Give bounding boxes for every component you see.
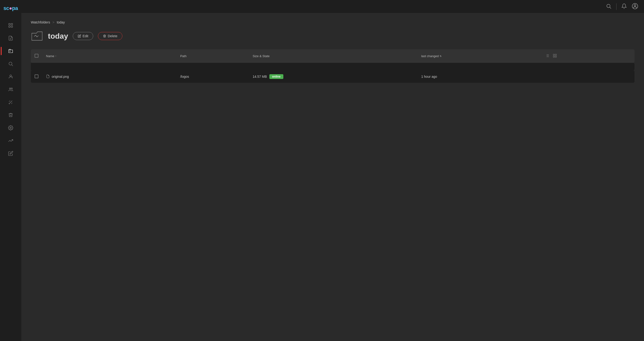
table-spacer-row bbox=[31, 63, 634, 70]
sidebar-item-teams[interactable] bbox=[4, 84, 18, 95]
edit-button-label: Edit bbox=[82, 34, 88, 38]
sidebar-item-search[interactable] bbox=[4, 58, 18, 70]
edit-button[interactable]: Edit bbox=[73, 32, 93, 40]
state-badge: online bbox=[269, 74, 283, 79]
file-name[interactable]: original.png bbox=[52, 75, 69, 78]
name-sort-arrow: ↑ bbox=[55, 55, 56, 58]
page-title: today bbox=[48, 32, 68, 40]
svg-line-25 bbox=[37, 36, 38, 37]
path-column-header: Path bbox=[180, 54, 186, 58]
svg-rect-34 bbox=[554, 56, 554, 58]
svg-point-18 bbox=[10, 127, 12, 128]
svg-line-17 bbox=[12, 103, 12, 103]
breadcrumb-watchfolders[interactable]: Watchfolders bbox=[31, 20, 50, 24]
svg-point-19 bbox=[607, 4, 610, 8]
main-area: Watchfolders > today today Edit Del bbox=[21, 0, 644, 341]
breadcrumb-current: today bbox=[57, 20, 65, 24]
sidebar: sc●pa bbox=[0, 0, 21, 341]
file-size: 14.57 MB bbox=[253, 75, 267, 78]
search-icon[interactable] bbox=[606, 3, 612, 10]
topbar-divider bbox=[616, 3, 616, 10]
file-name-cell: original.png bbox=[46, 74, 172, 79]
sidebar-item-trash[interactable] bbox=[4, 109, 18, 121]
svg-line-12 bbox=[9, 101, 12, 104]
svg-rect-2 bbox=[9, 26, 10, 27]
last-changed-sort-arrow: ⇅ bbox=[440, 55, 442, 58]
grid-view-button[interactable] bbox=[552, 53, 558, 60]
size-state-column-header: Size & State bbox=[253, 54, 270, 58]
delete-button[interactable]: Delete bbox=[98, 32, 122, 40]
delete-button-label: Delete bbox=[108, 34, 117, 38]
svg-point-8 bbox=[10, 75, 12, 76]
svg-line-7 bbox=[12, 65, 13, 66]
folder-large-icon bbox=[31, 30, 43, 42]
sidebar-item-analytics[interactable] bbox=[4, 135, 18, 146]
svg-rect-0 bbox=[9, 24, 10, 25]
content-area: Watchfolders > today today Edit Del bbox=[21, 13, 644, 341]
last-changed: 1 hour ago bbox=[421, 75, 437, 78]
svg-point-6 bbox=[9, 62, 12, 65]
svg-rect-33 bbox=[555, 54, 556, 55]
table-row: original.png /logos 14.57 MB online 1 ho… bbox=[31, 70, 634, 83]
row-checkbox[interactable] bbox=[34, 74, 38, 78]
breadcrumb-separator: > bbox=[52, 20, 54, 24]
user-avatar-icon[interactable] bbox=[632, 3, 638, 10]
topbar-icons bbox=[606, 3, 638, 10]
sidebar-item-watchfolders[interactable] bbox=[4, 45, 18, 57]
notifications-icon[interactable] bbox=[621, 3, 627, 10]
view-toggle bbox=[544, 53, 631, 60]
file-table: Name ↑ Path Size & State last changed ⇅ bbox=[31, 49, 634, 83]
svg-point-22 bbox=[634, 4, 636, 6]
svg-point-11 bbox=[11, 88, 12, 90]
page-header: today Edit Delete bbox=[31, 30, 634, 42]
svg-line-14 bbox=[10, 100, 10, 101]
file-path: /logos bbox=[180, 75, 189, 78]
svg-line-24 bbox=[36, 35, 37, 37]
svg-rect-35 bbox=[555, 56, 556, 58]
sidebar-item-user[interactable] bbox=[4, 71, 18, 82]
svg-line-15 bbox=[9, 101, 10, 102]
svg-line-20 bbox=[610, 7, 611, 9]
topbar bbox=[21, 0, 644, 13]
size-state-cell: 14.57 MB online bbox=[253, 74, 414, 79]
sidebar-item-documents[interactable] bbox=[4, 32, 18, 44]
select-all-checkbox[interactable] bbox=[34, 54, 38, 58]
list-view-button[interactable] bbox=[544, 53, 550, 60]
svg-point-10 bbox=[10, 88, 11, 90]
svg-rect-3 bbox=[11, 26, 12, 27]
breadcrumb: Watchfolders > today bbox=[31, 20, 634, 24]
svg-line-23 bbox=[34, 35, 36, 36]
svg-rect-1 bbox=[11, 24, 12, 25]
last-changed-column-header[interactable]: last changed ⇅ bbox=[421, 54, 536, 58]
file-icon bbox=[46, 74, 50, 79]
name-column-header[interactable]: Name ↑ bbox=[46, 54, 172, 58]
sidebar-item-magic[interactable] bbox=[4, 96, 18, 108]
logo: sc●pa bbox=[1, 3, 20, 14]
sidebar-item-edit[interactable] bbox=[4, 148, 18, 159]
sidebar-item-dashboard[interactable] bbox=[4, 20, 18, 31]
sidebar-item-settings[interactable] bbox=[4, 122, 18, 134]
svg-rect-32 bbox=[554, 54, 554, 55]
